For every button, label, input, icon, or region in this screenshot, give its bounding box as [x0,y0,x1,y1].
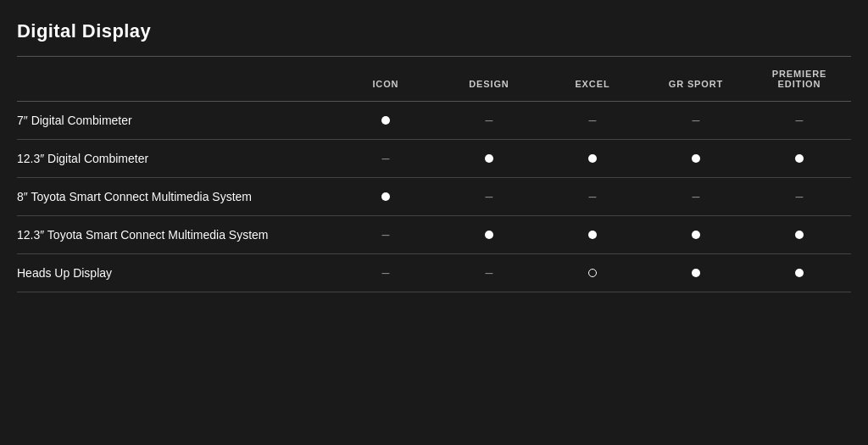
cell-grsport-3 [644,216,748,254]
cell-premiere-2: – [748,178,851,216]
cell-grsport-1 [644,140,748,178]
cell-design-2: – [437,178,541,216]
cell-design-1 [437,140,541,178]
dot-filled-icon [795,154,804,163]
cell-design-3 [437,216,541,254]
dash-icon: – [796,190,804,203]
col-header-icon: ICON [334,57,437,102]
cell-design-0: – [437,102,541,140]
cell-feature-0: 7″ Digital Combimeter [17,102,334,140]
col-header-grsport: GR SPORT [644,57,748,102]
col-header-design: DESIGN [437,57,541,102]
col-header-premiere: PREMIEREEDITION [748,57,851,102]
table-row: 12.3″ Digital Combimeter– [17,140,851,178]
dot-filled-icon [485,154,493,163]
dash-icon: – [485,114,492,127]
dash-icon: – [588,114,596,127]
cell-grsport-2: – [644,178,748,216]
dash-icon: – [796,114,804,127]
cell-excel-0: – [541,102,644,140]
dot-filled-icon [588,154,597,163]
dot-filled-icon [692,154,700,163]
cell-grsport-4 [644,254,748,292]
dot-filled-icon [381,192,390,201]
dot-filled-icon [795,269,804,277]
cell-icon-3: – [334,216,437,254]
cell-feature-1: 12.3″ Digital Combimeter [17,140,334,178]
page-title: Digital Display [17,20,851,42]
table-header-row: ICON DESIGN EXCEL GR SPORT PREMIEREEDITI… [17,57,851,102]
dot-filled-icon [588,231,597,239]
dash-icon: – [693,190,700,203]
table-row: 7″ Digital Combimeter–––– [17,102,851,140]
cell-premiere-4 [748,254,851,292]
dot-empty-icon [588,269,597,277]
dot-filled-icon [692,231,700,239]
cell-feature-3: 12.3″ Toyota Smart Connect Multimedia Sy… [17,216,334,254]
cell-premiere-1 [748,140,851,178]
dash-icon: – [485,266,492,280]
dot-filled-icon [692,269,700,277]
col-header-excel: EXCEL [541,57,644,102]
features-table: ICON DESIGN EXCEL GR SPORT PREMIEREEDITI… [17,57,851,292]
main-container: Digital Display ICON DESIGN EXCEL GR SPO… [0,0,868,309]
dash-icon: – [485,190,492,203]
table-row: Heads Up Display–– [17,254,851,292]
cell-design-4: – [437,254,541,292]
dash-icon: – [693,114,700,127]
cell-feature-2: 8″ Toyota Smart Connect Multimedia Syste… [17,178,334,216]
dash-icon: – [381,228,389,242]
cell-feature-4: Heads Up Display [17,254,334,292]
cell-excel-3 [541,216,644,254]
dot-filled-icon [485,231,493,239]
cell-icon-0 [334,102,437,140]
dash-icon: – [381,152,389,165]
dash-icon: – [381,266,389,280]
cell-icon-4: – [334,254,437,292]
table-row: 8″ Toyota Smart Connect Multimedia Syste… [17,178,851,216]
dot-filled-icon [795,231,804,239]
dot-filled-icon [381,116,390,125]
cell-grsport-0: – [644,102,748,140]
cell-icon-1: – [334,140,437,178]
col-header-feature [17,57,334,102]
cell-premiere-0: – [748,102,851,140]
table-row: 12.3″ Toyota Smart Connect Multimedia Sy… [17,216,851,254]
cell-premiere-3 [748,216,851,254]
cell-icon-2 [334,178,437,216]
cell-excel-4 [541,254,644,292]
dash-icon: – [588,190,596,203]
cell-excel-2: – [541,178,644,216]
cell-excel-1 [541,140,644,178]
